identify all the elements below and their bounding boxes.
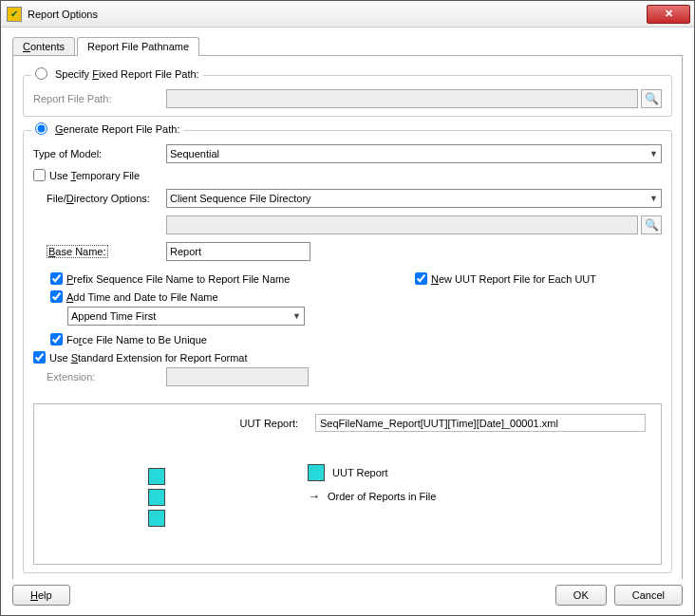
legend-uut-report: UUT Report <box>332 467 387 478</box>
base-name-label: Base Name: <box>47 246 166 257</box>
square-icon <box>148 510 165 527</box>
preview-panel: UUT Report: SeqFileName_Report[UUT][Time… <box>33 403 662 565</box>
append-time-select[interactable]: Append Time First ▼ <box>67 307 305 326</box>
report-options-window: ✔ Report Options ✕ Contents Report File … <box>0 0 695 616</box>
file-directory-label: File/Directory Options: <box>47 193 166 204</box>
report-stack-icon <box>148 468 165 527</box>
chevron-down-icon: ▼ <box>292 311 301 321</box>
legend-order: Order of Reports in File <box>328 491 436 502</box>
uut-report-label: UUT Report: <box>49 418 315 429</box>
type-of-model-label: Type of Model: <box>33 148 166 159</box>
new-uut-checkbox[interactable] <box>415 272 427 285</box>
new-uut-label: New UUT Report File for Each UUT <box>431 273 596 285</box>
group-specify-fixed: Specify Fixed Report File Path: Report F… <box>23 75 672 117</box>
extension-field <box>166 367 309 386</box>
report-file-path-label: Report File Path: <box>33 93 166 104</box>
cancel-button[interactable]: Cancel <box>614 585 683 606</box>
window-title: Report Options <box>28 9 647 20</box>
square-icon <box>308 464 325 481</box>
use-temporary-file-row: Use Temporary File <box>33 169 662 181</box>
prefix-sequence-checkbox[interactable] <box>50 272 63 285</box>
dialog-buttons: Help OK Cancel <box>1 579 694 615</box>
tab-contents[interactable]: Contents <box>12 37 75 56</box>
file-directory-select[interactable]: Client Sequence File Directory ▼ <box>166 189 662 208</box>
file-directory-value: Client Sequence File Directory <box>170 193 311 204</box>
square-icon <box>148 489 165 506</box>
titlebar: ✔ Report Options ✕ <box>1 1 694 28</box>
specify-fixed-legend: Specify Fixed Report File Path: <box>55 68 199 80</box>
generate-legend: Generate Report File Path: <box>55 123 179 135</box>
chevron-down-icon: ▼ <box>649 149 658 159</box>
app-icon: ✔ <box>7 7 22 22</box>
chevron-down-icon: ▼ <box>649 194 658 203</box>
use-std-ext-label: Use Standard Extension for Report Format <box>49 352 248 364</box>
tab-bar: Contents Report File Pathname <box>12 37 683 56</box>
extension-label: Extension: <box>47 371 166 383</box>
use-temporary-file-checkbox[interactable] <box>33 169 46 181</box>
arrow-right-icon: → <box>308 489 320 503</box>
tab-panel-pathname: Specify Fixed Report File Path: Report F… <box>12 55 683 579</box>
use-temporary-file-label: Use Temporary File <box>49 170 140 181</box>
type-of-model-select[interactable]: Sequential ▼ <box>166 144 662 163</box>
tab-report-file-pathname[interactable]: Report File Pathname <box>77 37 199 56</box>
directory-path-field <box>166 215 638 234</box>
add-time-date-checkbox[interactable] <box>50 290 63 303</box>
type-of-model-value: Sequential <box>170 148 219 159</box>
append-time-value: Append Time First <box>71 310 156 322</box>
uut-report-value: SeqFileName_Report[UUT][Time][Date]_0000… <box>315 414 646 432</box>
radio-generate[interactable] <box>35 122 47 135</box>
ok-button[interactable]: OK <box>555 585 607 606</box>
content-area: Contents Report File Pathname document.q… <box>1 28 694 579</box>
force-unique-checkbox[interactable] <box>50 333 63 345</box>
use-std-ext-checkbox[interactable] <box>33 351 46 364</box>
close-button[interactable]: ✕ <box>647 5 690 24</box>
prefix-sequence-label: Prefix Sequence File Name to Report File… <box>66 273 290 285</box>
browse-directory-button[interactable]: 🔍 <box>641 215 662 234</box>
add-time-date-label: Add Time and Date to File Name <box>66 291 218 303</box>
square-icon <box>148 468 165 485</box>
browse-fixed-path-button[interactable]: 🔍 <box>641 89 662 108</box>
force-unique-label: Force File Name to Be Unique <box>66 334 207 345</box>
radio-specify-fixed[interactable] <box>35 67 47 80</box>
base-name-input[interactable] <box>166 242 310 261</box>
report-file-path-field <box>166 89 638 108</box>
group-generate: Generate Report File Path: Type of Model… <box>23 130 672 573</box>
help-button[interactable]: Help <box>12 585 70 606</box>
